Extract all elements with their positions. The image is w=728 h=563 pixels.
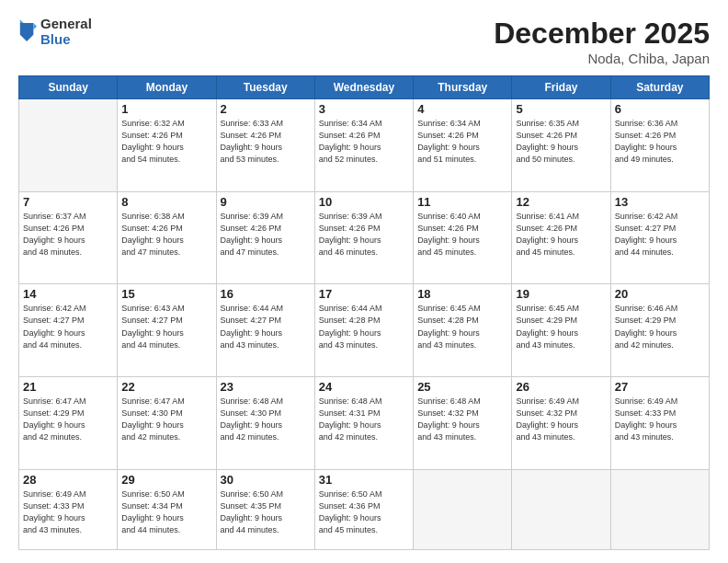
calendar-cell: 17Sunrise: 6:44 AMSunset: 4:28 PMDayligh…: [314, 284, 413, 377]
day-number: 31: [319, 473, 409, 487]
weekday-header-wednesday: Wednesday: [314, 76, 413, 99]
day-number: 21: [23, 380, 113, 394]
day-number: 10: [319, 195, 409, 209]
svg-marker-1: [33, 23, 37, 29]
day-number: 1: [121, 102, 211, 116]
calendar-header-row: SundayMondayTuesdayWednesdayThursdayFrid…: [19, 76, 710, 99]
day-number: 9: [221, 195, 311, 209]
day-info: Sunrise: 6:36 AMSunset: 4:26 PMDaylight:…: [615, 118, 705, 166]
weekday-header-sunday: Sunday: [19, 76, 118, 99]
calendar-cell: 18Sunrise: 6:45 AMSunset: 4:28 PMDayligh…: [414, 284, 512, 377]
calendar-cell: 30Sunrise: 6:50 AMSunset: 4:35 PMDayligh…: [216, 469, 314, 549]
day-number: 4: [417, 102, 507, 116]
calendar-cell: 26Sunrise: 6:49 AMSunset: 4:32 PMDayligh…: [512, 377, 610, 470]
day-info: Sunrise: 6:44 AMSunset: 4:28 PMDaylight:…: [319, 303, 409, 350]
day-number: 23: [221, 380, 311, 394]
day-number: 30: [221, 473, 311, 487]
calendar-cell: [414, 469, 512, 549]
day-info: Sunrise: 6:34 AMSunset: 4:26 PMDaylight:…: [417, 118, 507, 166]
day-info: Sunrise: 6:45 AMSunset: 4:28 PMDaylight:…: [417, 303, 507, 350]
calendar-cell: 16Sunrise: 6:44 AMSunset: 4:27 PMDayligh…: [216, 284, 314, 377]
day-info: Sunrise: 6:32 AMSunset: 4:26 PMDaylight:…: [121, 118, 211, 166]
day-number: 5: [516, 102, 606, 116]
logo-general: General: [40, 17, 92, 32]
calendar-cell: 10Sunrise: 6:39 AMSunset: 4:26 PMDayligh…: [314, 191, 413, 284]
day-info: Sunrise: 6:50 AMSunset: 4:36 PMDaylight:…: [319, 488, 409, 536]
day-number: 19: [516, 287, 606, 301]
page: General Blue December 2025 Noda, Chiba, …: [0, 0, 728, 563]
day-info: Sunrise: 6:46 AMSunset: 4:29 PMDaylight:…: [615, 303, 705, 350]
calendar-body: 1Sunrise: 6:32 AMSunset: 4:26 PMDaylight…: [19, 99, 710, 550]
day-info: Sunrise: 6:42 AMSunset: 4:27 PMDaylight:…: [615, 211, 705, 259]
day-number: 3: [319, 102, 409, 116]
day-info: Sunrise: 6:40 AMSunset: 4:26 PMDaylight:…: [417, 211, 507, 259]
calendar-cell: 24Sunrise: 6:48 AMSunset: 4:31 PMDayligh…: [314, 377, 413, 470]
logo-blue: Blue: [40, 32, 92, 48]
day-info: Sunrise: 6:48 AMSunset: 4:32 PMDaylight:…: [417, 396, 507, 443]
logo: General Blue: [18, 17, 92, 47]
calendar-cell: 31Sunrise: 6:50 AMSunset: 4:36 PMDayligh…: [314, 469, 413, 549]
day-info: Sunrise: 6:44 AMSunset: 4:27 PMDaylight:…: [221, 303, 311, 350]
day-number: 2: [221, 102, 311, 116]
day-info: Sunrise: 6:35 AMSunset: 4:26 PMDaylight:…: [516, 118, 606, 166]
calendar-week-1: 1Sunrise: 6:32 AMSunset: 4:26 PMDaylight…: [19, 99, 710, 192]
calendar-cell: 15Sunrise: 6:43 AMSunset: 4:27 PMDayligh…: [118, 284, 216, 377]
svg-marker-0: [20, 23, 34, 41]
calendar-cell: 2Sunrise: 6:33 AMSunset: 4:26 PMDaylight…: [216, 99, 314, 192]
day-number: 15: [121, 287, 211, 301]
day-info: Sunrise: 6:34 AMSunset: 4:26 PMDaylight:…: [319, 118, 409, 166]
calendar-cell: 28Sunrise: 6:49 AMSunset: 4:33 PMDayligh…: [19, 469, 118, 549]
day-info: Sunrise: 6:43 AMSunset: 4:27 PMDaylight:…: [121, 303, 211, 350]
day-info: Sunrise: 6:48 AMSunset: 4:30 PMDaylight:…: [221, 396, 311, 443]
day-number: 18: [417, 287, 507, 301]
day-number: 16: [221, 287, 311, 301]
calendar-cell: 19Sunrise: 6:45 AMSunset: 4:29 PMDayligh…: [512, 284, 610, 377]
day-number: 28: [23, 473, 113, 487]
calendar-cell: 5Sunrise: 6:35 AMSunset: 4:26 PMDaylight…: [512, 99, 610, 192]
day-number: 24: [319, 380, 409, 394]
logo-icon: [18, 19, 37, 45]
day-info: Sunrise: 6:49 AMSunset: 4:33 PMDaylight:…: [615, 396, 705, 443]
day-number: 29: [121, 473, 211, 487]
day-info: Sunrise: 6:49 AMSunset: 4:32 PMDaylight:…: [516, 396, 606, 443]
calendar-week-2: 7Sunrise: 6:37 AMSunset: 4:26 PMDaylight…: [19, 191, 710, 284]
calendar-cell: [512, 469, 610, 549]
calendar-subtitle: Noda, Chiba, Japan: [494, 51, 710, 66]
calendar-cell: 23Sunrise: 6:48 AMSunset: 4:30 PMDayligh…: [216, 377, 314, 470]
day-number: 20: [615, 287, 705, 301]
day-number: 6: [615, 102, 705, 116]
day-number: 22: [121, 380, 211, 394]
day-info: Sunrise: 6:33 AMSunset: 4:26 PMDaylight:…: [221, 118, 311, 166]
day-number: 8: [121, 195, 211, 209]
day-number: 27: [615, 380, 705, 394]
calendar-cell: 7Sunrise: 6:37 AMSunset: 4:26 PMDaylight…: [19, 191, 118, 284]
day-info: Sunrise: 6:41 AMSunset: 4:26 PMDaylight:…: [516, 211, 606, 259]
day-info: Sunrise: 6:48 AMSunset: 4:31 PMDaylight:…: [319, 396, 409, 443]
day-number: 13: [615, 195, 705, 209]
logo-text: General Blue: [40, 17, 92, 47]
calendar-cell: 14Sunrise: 6:42 AMSunset: 4:27 PMDayligh…: [19, 284, 118, 377]
day-info: Sunrise: 6:47 AMSunset: 4:29 PMDaylight:…: [23, 396, 113, 443]
calendar-cell: 3Sunrise: 6:34 AMSunset: 4:26 PMDaylight…: [314, 99, 413, 192]
calendar-cell: 25Sunrise: 6:48 AMSunset: 4:32 PMDayligh…: [414, 377, 512, 470]
calendar-cell: 9Sunrise: 6:39 AMSunset: 4:26 PMDaylight…: [216, 191, 314, 284]
day-number: 11: [417, 195, 507, 209]
day-number: 12: [516, 195, 606, 209]
calendar-cell: [19, 99, 118, 192]
header: General Blue December 2025 Noda, Chiba, …: [18, 17, 710, 66]
calendar-week-4: 21Sunrise: 6:47 AMSunset: 4:29 PMDayligh…: [19, 377, 710, 470]
day-number: 17: [319, 287, 409, 301]
weekday-header-thursday: Thursday: [414, 76, 512, 99]
day-number: 25: [417, 380, 507, 394]
day-info: Sunrise: 6:50 AMSunset: 4:35 PMDaylight:…: [221, 488, 311, 536]
calendar-cell: 21Sunrise: 6:47 AMSunset: 4:29 PMDayligh…: [19, 377, 118, 470]
weekday-header-tuesday: Tuesday: [216, 76, 314, 99]
day-info: Sunrise: 6:45 AMSunset: 4:29 PMDaylight:…: [516, 303, 606, 350]
calendar-cell: 8Sunrise: 6:38 AMSunset: 4:26 PMDaylight…: [118, 191, 216, 284]
weekday-header-friday: Friday: [512, 76, 610, 99]
calendar-title: December 2025: [494, 17, 710, 51]
day-info: Sunrise: 6:47 AMSunset: 4:30 PMDaylight:…: [121, 396, 211, 443]
calendar-cell: 20Sunrise: 6:46 AMSunset: 4:29 PMDayligh…: [610, 284, 709, 377]
calendar-cell: 4Sunrise: 6:34 AMSunset: 4:26 PMDaylight…: [414, 99, 512, 192]
svg-marker-2: [20, 19, 24, 23]
